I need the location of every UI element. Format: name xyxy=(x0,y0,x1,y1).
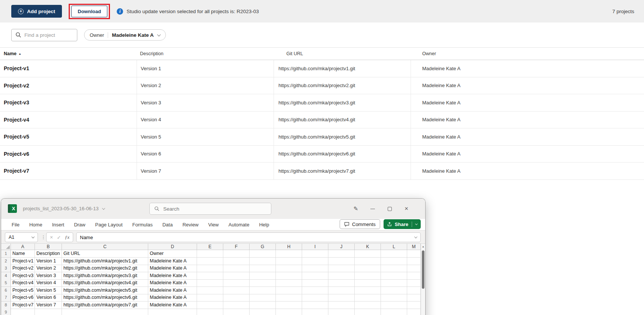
sheet-cell[interactable]: Project-v5 xyxy=(11,287,35,294)
sheet-cell[interactable]: https://github.com/mka/projectv4.git xyxy=(62,279,148,287)
sheet-cell[interactable]: Description xyxy=(35,250,62,258)
ribbon-tab-file[interactable]: File xyxy=(12,222,20,228)
maximize-button[interactable] xyxy=(387,206,393,212)
sheet-cell[interactable] xyxy=(355,265,381,272)
sheet-cell[interactable] xyxy=(250,272,276,280)
table-row[interactable]: Project-v1Version 1https://github.com/mk… xyxy=(0,60,644,77)
pen-sparkle-icon[interactable]: ✎ xyxy=(353,206,359,212)
sheet-cell[interactable] xyxy=(302,258,328,265)
insert-function-icon[interactable]: ƒx xyxy=(65,234,69,240)
column-header-B[interactable]: B xyxy=(35,244,62,250)
sheet-cell[interactable] xyxy=(381,265,407,272)
sheet-cell[interactable] xyxy=(276,287,302,294)
sheet-cell[interactable] xyxy=(328,294,355,301)
sheet-cell[interactable] xyxy=(302,250,328,258)
sheet-cell[interactable] xyxy=(407,272,421,280)
sheet-cell[interactable]: https://github.com/mka/projectv3.git xyxy=(62,272,148,280)
sheet-cell[interactable]: Project-v1 xyxy=(11,258,35,265)
sheet-cell[interactable]: https://github.com/mka/projectv6.git xyxy=(62,294,148,301)
sheet-cell[interactable] xyxy=(381,287,407,294)
sheet-cell[interactable] xyxy=(407,287,421,294)
row-header-3[interactable]: 3 xyxy=(1,265,11,272)
sheet-cell[interactable] xyxy=(11,309,35,315)
sheet-cell[interactable]: Madeleine Kate A xyxy=(148,265,197,272)
sheet-cell[interactable]: Version 5 xyxy=(35,287,62,294)
sheet-cell[interactable] xyxy=(197,301,223,309)
sheet-cell[interactable] xyxy=(197,309,223,315)
sheet-cell[interactable] xyxy=(223,265,250,272)
table-row[interactable]: Project-v6Version 6https://github.com/mk… xyxy=(0,146,644,163)
vertical-scrollbar[interactable]: ▲ xyxy=(421,244,425,315)
sheet-cell[interactable] xyxy=(355,272,381,280)
expand-formula-bar-icon[interactable] xyxy=(414,235,417,238)
sheet-cell[interactable] xyxy=(381,309,407,315)
sheet-cell[interactable] xyxy=(355,258,381,265)
sheet-cell[interactable] xyxy=(276,301,302,309)
sheet-cell[interactable] xyxy=(276,250,302,258)
row-header-6[interactable]: 6 xyxy=(1,287,11,294)
column-header-K[interactable]: K xyxy=(355,244,381,250)
ribbon-tab-draw[interactable]: Draw xyxy=(74,222,85,228)
sheet-cell[interactable]: Madeleine Kate A xyxy=(148,272,197,280)
table-row[interactable]: Project-v5Version 5https://github.com/mk… xyxy=(0,128,644,146)
sheet-cell[interactable] xyxy=(250,265,276,272)
cancel-entry-icon[interactable]: × xyxy=(50,234,53,240)
ribbon-tab-data[interactable]: Data xyxy=(163,222,173,228)
column-header-A[interactable]: A xyxy=(11,244,35,250)
sheet-cell[interactable]: Project-v2 xyxy=(11,265,35,272)
sheet-cell[interactable] xyxy=(148,309,197,315)
sheet-cell[interactable] xyxy=(328,279,355,287)
sheet-cell[interactable] xyxy=(302,309,328,315)
sheet-cell[interactable] xyxy=(197,272,223,280)
sheet-cell[interactable]: https://github.com/mka/projectv2.git xyxy=(62,265,148,272)
sheet-cell[interactable] xyxy=(250,294,276,301)
sheet-cell[interactable] xyxy=(197,294,223,301)
column-header-F[interactable]: F xyxy=(223,244,250,250)
column-header-name[interactable]: Name ▲ xyxy=(0,51,137,56)
sheet-cell[interactable] xyxy=(223,287,250,294)
sheet-cell[interactable] xyxy=(223,258,250,265)
sheet-cell[interactable] xyxy=(381,279,407,287)
excel-titlebar[interactable]: X projects_list_2023-05-30_16-06-13 ✎ × xyxy=(1,199,425,219)
ribbon-tab-home[interactable]: Home xyxy=(29,222,42,228)
sheet-cell[interactable]: Version 3 xyxy=(35,272,62,280)
sheet-cell[interactable] xyxy=(223,272,250,280)
sheet-cell[interactable] xyxy=(302,294,328,301)
sheet-cell[interactable] xyxy=(35,309,62,315)
sheet-cell[interactable] xyxy=(355,294,381,301)
sheet-cell[interactable] xyxy=(302,301,328,309)
sheet-cell[interactable] xyxy=(250,309,276,315)
sheet-cell[interactable] xyxy=(355,287,381,294)
sheet-cell[interactable] xyxy=(328,301,355,309)
sheet-cell[interactable] xyxy=(407,258,421,265)
sheet-cell[interactable]: Madeleine Kate A xyxy=(148,258,197,265)
sheet-cell[interactable] xyxy=(223,301,250,309)
sheet-cell[interactable]: Madeleine Kate A xyxy=(148,287,197,294)
sheet-cell[interactable] xyxy=(197,287,223,294)
sheet-cell[interactable] xyxy=(276,309,302,315)
sheet-cell[interactable] xyxy=(381,272,407,280)
share-button[interactable]: Share xyxy=(384,219,421,229)
comments-button[interactable]: Comments xyxy=(340,219,380,229)
sheet-cell[interactable] xyxy=(197,279,223,287)
sheet-cell[interactable] xyxy=(250,258,276,265)
scrollbar-thumb[interactable] xyxy=(422,250,424,289)
sheet-cell[interactable]: Madeleine Kate A xyxy=(148,279,197,287)
select-all-corner[interactable] xyxy=(1,244,11,250)
sheet-cell[interactable] xyxy=(407,279,421,287)
sheet-cell[interactable]: Git URL xyxy=(62,250,148,258)
sheet-cell[interactable] xyxy=(407,265,421,272)
column-header-description[interactable]: Description xyxy=(137,51,274,56)
row-header-1[interactable]: 1 xyxy=(1,250,11,258)
sheet-cell[interactable] xyxy=(407,294,421,301)
sheet-cell[interactable] xyxy=(276,265,302,272)
sheet-cell[interactable]: Project-v3 xyxy=(11,272,35,280)
sheet-cell[interactable]: Madeleine Kate A xyxy=(148,301,197,309)
sheet-cell[interactable] xyxy=(250,287,276,294)
column-header-G[interactable]: G xyxy=(250,244,276,250)
column-header-git-url[interactable]: Git URL xyxy=(274,51,411,56)
sheet-cell[interactable] xyxy=(407,309,421,315)
row-header-8[interactable]: 8 xyxy=(1,301,11,309)
column-header-E[interactable]: E xyxy=(197,244,223,250)
sheet-cell[interactable] xyxy=(302,265,328,272)
